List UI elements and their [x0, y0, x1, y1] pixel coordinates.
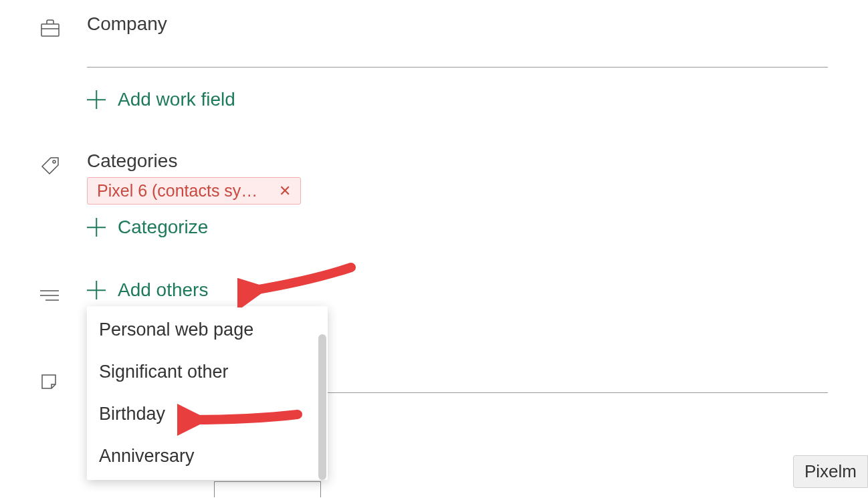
plus-icon	[87, 90, 106, 109]
category-chip-remove[interactable]: ✕	[279, 182, 291, 200]
company-input[interactable]	[87, 35, 828, 68]
categorize-button[interactable]: Categorize	[87, 217, 828, 238]
dropdown-item-personal-web-page[interactable]: Personal web page	[87, 309, 328, 351]
svg-point-1	[53, 160, 56, 163]
partial-button-outline	[214, 481, 321, 497]
plus-icon	[87, 218, 106, 237]
add-others-button[interactable]: Add others	[87, 279, 828, 301]
svg-rect-0	[41, 24, 59, 36]
add-others-label: Add others	[118, 279, 208, 301]
categories-label: Categories	[87, 150, 828, 172]
categorize-label: Categorize	[118, 217, 208, 238]
list-icon	[40, 289, 59, 302]
annotation-arrow-birthday	[177, 401, 304, 441]
dropdown-item-significant-other[interactable]: Significant other	[87, 351, 328, 393]
watermark-badge: Pixelm	[793, 455, 868, 488]
category-chip[interactable]: Pixel 6 (contacts syn… ✕	[87, 177, 301, 205]
category-chip-label: Pixel 6 (contacts syn…	[97, 181, 264, 201]
plus-icon	[87, 281, 106, 299]
add-work-field-label: Add work field	[118, 89, 235, 110]
company-label: Company	[87, 13, 828, 35]
dropdown-item-anniversary[interactable]: Anniversary	[87, 435, 328, 477]
briefcase-icon	[40, 19, 60, 37]
add-work-field-button[interactable]: Add work field	[87, 89, 828, 110]
dropdown-scrollbar[interactable]	[318, 334, 326, 480]
add-others-dropdown: Personal web page Significant other Birt…	[87, 306, 328, 480]
annotation-arrow-add-others	[237, 261, 358, 307]
note-icon	[40, 373, 58, 390]
tag-icon	[40, 156, 60, 176]
